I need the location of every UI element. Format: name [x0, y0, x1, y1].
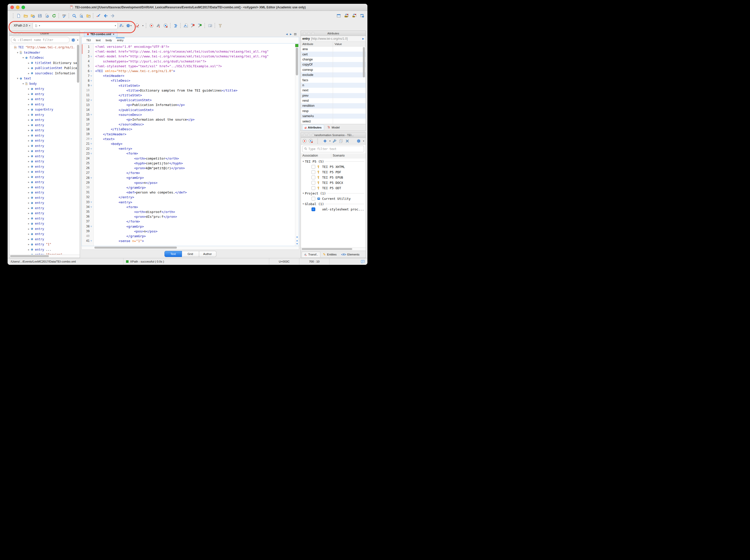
scenarios-hscrollbar[interactable] [301, 247, 366, 251]
expand-icon[interactable]: ▶ [27, 212, 31, 215]
attribute-value[interactable] [333, 57, 366, 62]
outline-tree-item[interactable]: ▶entry [9, 164, 80, 169]
fold-toggle-icon[interactable]: ▽ [90, 147, 93, 150]
panel-circle-icon[interactable] [307, 134, 310, 137]
panel-circle-icon[interactable] [12, 32, 15, 35]
attribute-row[interactable]: change [301, 57, 366, 62]
chevron-down-icon[interactable]: ▾ [330, 140, 331, 142]
last-edit-button[interactable]: * [96, 14, 101, 18]
outline-tree-item[interactable]: ▶entry [9, 92, 80, 97]
outline-tree-item[interactable]: ▶sourceDescInformation [9, 71, 80, 76]
attribute-value[interactable] [333, 46, 366, 52]
expand-icon[interactable]: ▶ [27, 165, 31, 168]
expand-icon[interactable]: ▶ [27, 114, 31, 116]
outline-tree-item[interactable]: ▶entry [9, 200, 80, 206]
attribute-value[interactable] [333, 108, 366, 114]
expand-icon[interactable]: ▶ [27, 217, 31, 220]
outline-vscrollbar[interactable] [77, 45, 79, 254]
collapse-icon[interactable]: ▼ [21, 82, 25, 85]
xpath-history-icon[interactable] [34, 24, 38, 27]
copy-docs-button[interactable] [339, 139, 343, 143]
outline-tree-item[interactable]: TEITEI"http://www.tei-c.org/ns/1. [9, 45, 80, 50]
fold-toggle-icon[interactable]: ▽ [90, 70, 93, 72]
outline-tree-item[interactable]: ▶entry [9, 128, 80, 133]
outline-tree-item[interactable]: ▶entry [9, 237, 80, 242]
expand-icon[interactable]: ▶ [27, 108, 31, 111]
collapse-icon[interactable]: ▼ [302, 160, 305, 163]
expand-icon[interactable]: ▶ [27, 222, 31, 225]
editor-vscrollbar[interactable]: × ▲ ▼ [295, 43, 299, 246]
run-button[interactable] [149, 23, 154, 28]
attribute-value[interactable] [333, 93, 366, 98]
scenario-group[interactable]: ▼TEI P5 (5) [301, 159, 366, 164]
scenario-item[interactable]: TEI P5 EPUB [301, 175, 366, 180]
attribute-row[interactable]: corresp [301, 67, 366, 72]
chevron-down-icon[interactable]: ▾ [142, 24, 143, 27]
attribute-value[interactable] [333, 114, 366, 119]
expand-icon[interactable]: ▶ [27, 119, 31, 121]
attribute-row[interactable]: rend [301, 98, 366, 103]
outline-tree-item[interactable]: ▶entry [9, 102, 80, 107]
code-editor[interactable]: <?xml version="1.0" encoding="UTF-8"?><?… [94, 43, 295, 246]
attribute-value[interactable] [333, 72, 366, 77]
attribute-value[interactable] [333, 52, 366, 57]
pin-red-button[interactable] [191, 23, 195, 28]
expand-icon[interactable]: ▶ [27, 129, 31, 132]
outline-hscrollbar[interactable] [9, 255, 80, 258]
xpath-execute-button[interactable]: // ★ [120, 23, 124, 27]
breadcrumb-item-TEI[interactable]: TEI [86, 37, 91, 43]
fold-toggle-icon[interactable]: ▽ [90, 206, 93, 208]
outline-tree-item[interactable]: ▶titleStmtDictionary sa [9, 60, 80, 66]
scenario-item[interactable]: TEI P5 XHTML [301, 164, 366, 169]
view-tab-grid[interactable]: Grid [182, 251, 199, 257]
forward-button[interactable] [111, 14, 115, 18]
expand-icon[interactable]: ▶ [27, 233, 31, 235]
expand-icon[interactable]: ▶ [27, 238, 31, 241]
feedback-chat-icon[interactable] [360, 260, 365, 264]
outline-tree-item[interactable]: ▶entry [9, 138, 80, 143]
expand-icon[interactable]: ▶ [27, 191, 31, 194]
attribute-row[interactable]: cert [301, 52, 366, 57]
scrollbar-thumb[interactable] [10, 255, 49, 257]
open-folder-button[interactable] [23, 14, 28, 18]
scenario-item[interactable]: ✓xml-stylesheet proc... [301, 207, 366, 212]
attribute-value[interactable] [333, 77, 366, 82]
find-replace-button[interactable] [72, 14, 76, 18]
minimize-window-button[interactable] [16, 5, 19, 9]
fold-toggle-icon[interactable]: ▽ [90, 240, 93, 242]
fold-toggle-icon[interactable]: ▽ [90, 79, 93, 82]
close-tab-icon[interactable]: × [113, 33, 114, 36]
save-button[interactable] [38, 14, 42, 18]
funnel-button[interactable] [218, 23, 222, 28]
debug-play-circle-button[interactable] [309, 139, 313, 143]
expand-icon[interactable]: ▶ [27, 93, 31, 95]
fold-toggle-icon[interactable]: ▽ [90, 138, 93, 140]
panel-circle-icon[interactable] [303, 134, 306, 137]
expand-icon[interactable]: ▶ [27, 186, 31, 189]
debug-run-button[interactable] [163, 23, 168, 28]
tab-entities[interactable]: Entities [321, 252, 339, 257]
collapse-icon[interactable]: ▼ [302, 203, 305, 205]
expand-icon[interactable]: ▶ [27, 103, 31, 106]
outline-tree-item[interactable]: ▶entry [9, 175, 80, 180]
scenario-group[interactable]: ▼Project (1) [301, 191, 366, 196]
attribute-row[interactable]: prev [301, 93, 366, 98]
expand-icon[interactable]: ▶ [27, 87, 31, 90]
expand-icon[interactable]: ▶ [27, 202, 31, 204]
expand-icon[interactable]: ▶ [27, 150, 31, 152]
attribute-value[interactable] [333, 119, 366, 124]
fold-toggle-icon[interactable]: ▽ [90, 152, 93, 155]
outline-tree-item[interactable]: ▶entry [9, 112, 80, 118]
open-url-button[interactable] [31, 14, 35, 18]
scrollbar-thumb[interactable] [296, 47, 298, 75]
outline-tree-item[interactable]: ▼teiHeader [9, 50, 80, 55]
xpath-settings-button[interactable] [126, 23, 130, 28]
attribute-row[interactable]: facs [301, 77, 366, 82]
scenario-checkbox[interactable] [312, 197, 315, 201]
doc-globe-button[interactable] [45, 14, 49, 18]
chevron-down-icon[interactable]: ▾ [115, 24, 116, 27]
breadcrumb-item-entry[interactable]: entry [117, 37, 123, 43]
spell-check-button[interactable]: ABC [62, 14, 66, 18]
outline-tree-item[interactable]: ▶entry [9, 216, 80, 221]
scenario-checkbox[interactable] [312, 186, 315, 190]
